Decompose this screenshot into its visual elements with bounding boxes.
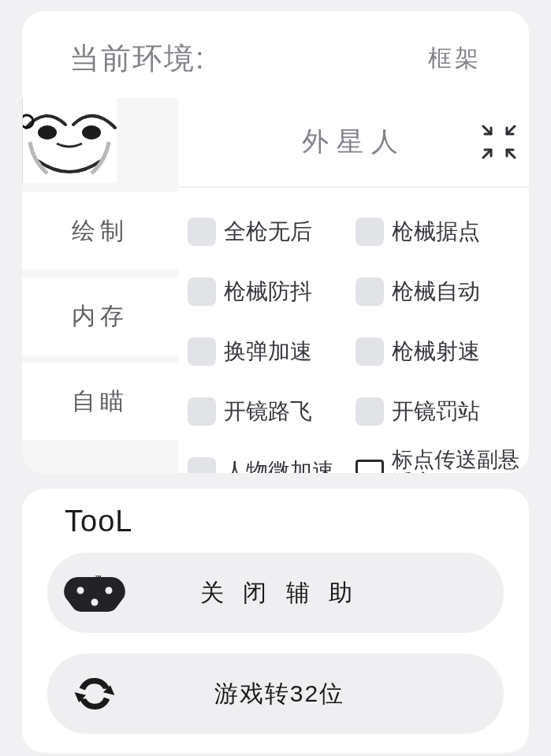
checkbox[interactable]: [188, 457, 216, 473]
svg-rect-0: [22, 98, 117, 183]
options-grid: 全枪无后 枪械据点 枪械防抖 枪械自动 换弹加速: [178, 188, 529, 473]
env-label: 当前环境:: [69, 39, 206, 79]
option-speed-boost: 人物微加速: [188, 456, 356, 473]
tool-title: TooL: [47, 505, 504, 538]
svg-point-6: [106, 587, 113, 594]
option-teleport-overlay: 标点传送副悬浮窗: [356, 449, 523, 473]
option-label: 开镜罚站: [392, 397, 480, 426]
option-scope-luffy: 开镜路飞: [188, 397, 356, 426]
checkbox[interactable]: [356, 277, 384, 306]
sidebar-tab-label: 内存: [72, 300, 128, 333]
sidebar: 绘制 内存 自瞄: [22, 98, 178, 473]
checkbox[interactable]: [188, 337, 216, 366]
svg-point-2: [82, 125, 101, 140]
env-value: 框架: [428, 43, 482, 75]
collapse-icon[interactable]: [482, 125, 516, 159]
checkbox[interactable]: [356, 397, 384, 426]
button-label: 游戏转32位: [142, 678, 504, 710]
content-header: 外星人: [178, 98, 529, 188]
avatar-wrap: [22, 98, 178, 192]
sync-icon: [47, 654, 142, 734]
avatar: [22, 98, 117, 183]
option-fire-rate: 枪械射速: [356, 337, 523, 367]
sidebar-tab-draw[interactable]: 绘制: [22, 192, 178, 270]
checkbox[interactable]: [356, 218, 384, 246]
checkbox[interactable]: [188, 277, 216, 306]
checkbox[interactable]: [356, 337, 384, 366]
sidebar-tab-memory[interactable]: 内存: [22, 277, 178, 355]
svg-text:™: ™: [95, 574, 102, 582]
option-fast-reload: 换弹加速: [188, 337, 356, 367]
env-row: 当前环境: 框架: [22, 11, 529, 98]
svg-point-4: [77, 587, 84, 594]
button-label: 关 闭 辅 助: [142, 577, 504, 609]
option-label: 人物微加速: [224, 456, 334, 473]
option-no-recoil: 全枪无后: [188, 217, 356, 247]
sidebar-tab-aimbot[interactable]: 自瞄: [22, 363, 178, 440]
sidebar-tab-label: 自瞄: [72, 385, 128, 418]
option-auto-fire: 枪械自动: [356, 277, 523, 307]
close-assist-button[interactable]: ™ 关 闭 辅 助: [47, 553, 504, 633]
content-area: 外星人 全枪无后: [178, 98, 529, 473]
convert-32bit-button[interactable]: 游戏转32位: [47, 654, 504, 734]
option-label: 枪械防抖: [224, 277, 312, 307]
option-label: 全枪无后: [224, 217, 312, 247]
option-label: 换弹加速: [224, 337, 312, 367]
sidebar-tab-label: 绘制: [72, 215, 128, 248]
content-title: 外星人: [302, 124, 406, 160]
option-label: 标点传送副悬浮窗: [392, 449, 523, 473]
panel-body: 绘制 内存 自瞄 外星人: [22, 98, 529, 473]
checkbox[interactable]: [356, 460, 384, 473]
option-label: 开镜路飞: [224, 397, 312, 426]
option-label: 枪械据点: [392, 217, 480, 247]
plug-icon: ™: [47, 553, 142, 633]
main-panel: 当前环境: 框架: [22, 11, 529, 473]
option-scope-stand: 开镜罚站: [356, 397, 523, 426]
option-label: 枪械射速: [392, 337, 480, 367]
option-weapon-point: 枪械据点: [356, 217, 523, 247]
svg-point-5: [91, 599, 99, 606]
option-anti-shake: 枪械防抖: [188, 277, 356, 307]
checkbox[interactable]: [188, 397, 216, 426]
svg-point-1: [38, 125, 57, 140]
checkbox[interactable]: [188, 218, 216, 246]
tool-card: TooL ™ 关 闭 辅 助 游戏转32位: [22, 489, 529, 753]
option-label: 枪械自动: [392, 277, 480, 307]
